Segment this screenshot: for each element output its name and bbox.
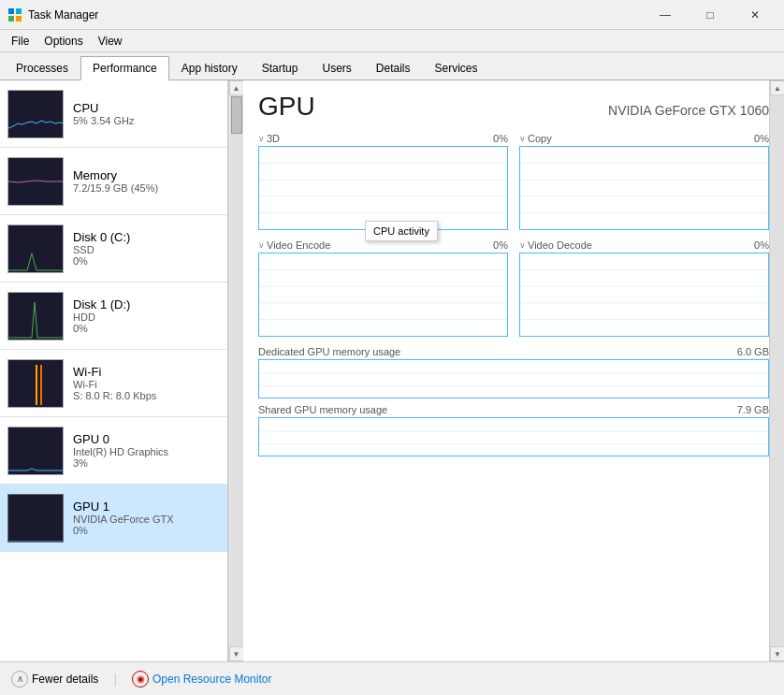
sidebar-item-gpu1[interactable]: GPU 1 NVIDIA GeForce GTX 0% [0, 485, 227, 552]
disk0-usage: 0% [73, 255, 220, 267]
chart-video-decode: ∨ Video Decode 0% [519, 239, 769, 337]
disk1-usage: 0% [73, 323, 220, 334]
cpu-usage: 5% 3.54 GHz [73, 115, 220, 126]
resource-monitor-icon: ◉ [132, 671, 149, 688]
content-header: GPU NVIDIA GeForce GTX 1060 [258, 92, 769, 122]
scroll-thumb[interactable] [231, 96, 242, 134]
menu-file[interactable]: File [4, 33, 36, 50]
svg-rect-1 [16, 8, 22, 14]
scroll-track [230, 95, 243, 646]
tab-services[interactable]: Services [423, 55, 490, 80]
sidebar-item-wifi[interactable]: Wi-Fi Wi-Fi S: 8.0 R: 8.0 Kbps [0, 350, 227, 417]
close-button[interactable]: ✕ [733, 1, 777, 29]
sidebar-item-disk1[interactable]: Disk 1 (D:) HDD 0% [0, 282, 227, 350]
disk1-label: Disk 1 (D:) [73, 297, 220, 311]
scroll-up-button[interactable]: ▲ [229, 80, 244, 95]
gpu1-usage: 0% [73, 525, 220, 536]
chart-decode-name: Video Decode [528, 239, 592, 251]
shared-memory-label: Shared GPU memory usage 7.9 GB [258, 404, 769, 415]
wifi-label: Wi-Fi [73, 365, 220, 379]
gpu1-type: NVIDIA GeForce GTX [73, 514, 220, 525]
tab-performance[interactable]: Performance [80, 56, 169, 80]
fewer-details-label: Fewer details [32, 673, 98, 686]
wifi-speed: S: 8.0 R: 8.0 Kbps [73, 390, 220, 401]
chevron-3d[interactable]: ∨ [258, 134, 265, 143]
sidebar-item-gpu0[interactable]: GPU 0 Intel(R) HD Graphics 3% [0, 417, 227, 485]
wifi-mini-graph [7, 359, 64, 408]
sidebar-item-memory[interactable]: Memory 7.2/15.9 GB (45%) [0, 148, 227, 215]
chevron-copy[interactable]: ∨ [519, 134, 526, 143]
scroll-down-button[interactable]: ▼ [229, 646, 244, 661]
sidebar-scrollbar[interactable]: ▲ ▼ [228, 80, 243, 661]
content-scroll-up[interactable]: ▲ [770, 80, 784, 95]
chart-3d: ∨ 3D 0% [258, 133, 508, 230]
svg-rect-11 [8, 427, 64, 475]
disk1-type: HDD [73, 311, 220, 323]
dedicated-memory-text: Dedicated GPU memory usage [258, 346, 400, 357]
gpu-title: GPU [258, 92, 315, 122]
tab-details[interactable]: Details [364, 55, 423, 80]
minimize-button[interactable]: — [644, 1, 687, 29]
chart-copy: ∨ Copy 0% [519, 133, 769, 230]
sidebar: CPU 5% 3.54 GHz Memory 7.2/15.9 GB (45%) [0, 80, 228, 661]
svg-rect-6 [8, 225, 64, 273]
content-scroll-down[interactable]: ▼ [770, 646, 784, 661]
chevron-encode[interactable]: ∨ [258, 240, 265, 250]
gpu-model: NVIDIA GeForce GTX 1060 [608, 103, 769, 118]
charts-row-2: ∨ Video Encode 0% ∨ [258, 239, 769, 337]
tab-processes[interactable]: Processes [4, 55, 80, 80]
chart-encode-name: Video Encode [267, 239, 330, 251]
wifi-info: Wi-Fi Wi-Fi S: 8.0 R: 8.0 Kbps [73, 365, 220, 401]
tab-bar: Processes Performance App history Startu… [0, 52, 784, 80]
chart-copy-box [519, 146, 769, 230]
chart-3d-percent: 0% [493, 133, 508, 144]
gpu0-usage: 3% [73, 457, 220, 469]
shared-memory-text: Shared GPU memory usage [258, 404, 387, 415]
dedicated-memory-val: 6.0 GB [737, 346, 769, 357]
maximize-button[interactable]: □ [689, 1, 732, 29]
window-controls: — □ ✕ [644, 1, 777, 29]
fewer-details-button[interactable]: ∧ Fewer details [11, 671, 98, 688]
menu-options[interactable]: Options [36, 33, 90, 50]
chart-decode-label: ∨ Video Decode 0% [519, 239, 769, 251]
disk0-mini-graph [7, 224, 64, 273]
tab-startup[interactable]: Startup [250, 55, 311, 80]
open-resource-monitor-button[interactable]: ◉ Open Resource Monitor [132, 671, 271, 688]
cpu-label: CPU [73, 101, 220, 115]
sidebar-item-cpu[interactable]: CPU 5% 3.54 GHz [0, 80, 227, 148]
wifi-type: Wi-Fi [73, 379, 220, 390]
chart-video-encode: ∨ Video Encode 0% [258, 239, 508, 337]
charts-row-1: ∨ 3D 0% [258, 133, 769, 230]
main-content: CPU 5% 3.54 GHz Memory 7.2/15.9 GB (45%) [0, 80, 784, 661]
bottom-bar: ∧ Fewer details | ◉ Open Resource Monito… [0, 661, 784, 695]
dedicated-memory-label: Dedicated GPU memory usage 6.0 GB [258, 346, 769, 357]
shared-memory-bar [258, 417, 769, 456]
svg-rect-12 [8, 495, 64, 543]
window-title: Task Manager [28, 8, 644, 22]
chart-3d-label: ∨ 3D 0% [258, 133, 508, 144]
disk0-info: Disk 0 (C:) SSD 0% [73, 230, 220, 267]
chevron-decode[interactable]: ∨ [519, 240, 526, 250]
disk0-type: SSD [73, 244, 220, 255]
disk0-label: Disk 0 (C:) [73, 230, 220, 244]
tab-apphistory[interactable]: App history [169, 55, 250, 80]
cpu-mini-graph [7, 90, 64, 138]
shared-memory-val: 7.9 GB [737, 404, 769, 415]
gpu1-label: GPU 1 [73, 500, 220, 514]
title-bar: Task Manager — □ ✕ [0, 0, 784, 30]
cpu-info: CPU 5% 3.54 GHz [73, 101, 220, 126]
bottom-separator: | [113, 672, 117, 687]
memory-usage: 7.2/15.9 GB (45%) [73, 182, 220, 194]
fewer-details-icon: ∧ [11, 671, 28, 688]
cpu-activity-tooltip: CPU activity [365, 221, 438, 241]
menu-view[interactable]: View [91, 33, 130, 50]
tab-users[interactable]: Users [310, 55, 363, 80]
shared-memory-section: Shared GPU memory usage 7.9 GB [258, 404, 769, 456]
svg-rect-0 [8, 8, 14, 14]
chart-encode-box [258, 253, 508, 337]
sidebar-item-disk0[interactable]: Disk 0 (C:) SSD 0% [0, 215, 227, 282]
gpu0-type: Intel(R) HD Graphics [73, 446, 220, 457]
gpu0-info: GPU 0 Intel(R) HD Graphics 3% [73, 432, 220, 469]
memory-mini-graph [7, 157, 64, 206]
content-scrollbar[interactable]: ▲ ▼ [769, 80, 784, 661]
